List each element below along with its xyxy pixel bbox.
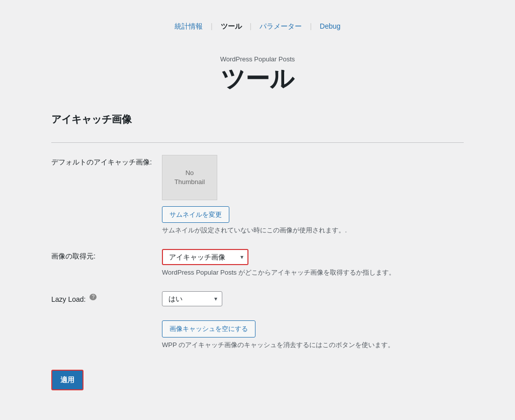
default-thumbnail-label: デフォルトのアイキャッチ画像: (51, 155, 162, 167)
lazy-load-select-wrapper: はい いいえ ▾ (162, 291, 222, 306)
default-thumbnail-row: デフォルトのアイキャッチ画像: No Thumbnail サムネイルを変更 サム… (51, 155, 464, 235)
cache-hint: WPP のアイキャッチ画像のキャッシュを消去するにはこのボタンを使います。 (162, 341, 464, 350)
eyecatch-section: アイキャッチ画像 デフォルトのアイキャッチ画像: No Thumbnail サム… (51, 113, 464, 350)
lazy-load-row: Lazy Load: ? はい いいえ ▾ (51, 291, 464, 306)
thumbnail-hint: サムネイルが設定されていない時にこの画像が使用されます。. (162, 226, 464, 235)
lazy-load-label: Lazy Load: ? (51, 291, 162, 303)
section-divider (51, 142, 464, 143)
thumbnail-text: No Thumbnail (175, 169, 205, 187)
image-source-content: アイキャッチ画像 サムネイル カスタムフィールド ▾ WordPress Pop… (162, 249, 464, 277)
thumbnail-placeholder: No Thumbnail (162, 155, 217, 200)
tab-params[interactable]: パラメーター (251, 18, 310, 35)
lazy-load-select[interactable]: はい いいえ (162, 291, 222, 306)
image-source-label: 画像の取得元: (51, 249, 162, 261)
image-source-hint: WordPress Popular Posts がどこからアイキャッチ画像を取得… (162, 268, 464, 277)
cache-content: 画像キャッシュを空にする WPP のアイキャッチ画像のキャッシュを消去するにはこ… (162, 320, 464, 350)
apply-button[interactable]: 適用 (51, 370, 83, 390)
apply-row: 適用 (51, 370, 464, 390)
change-thumbnail-button[interactable]: サムネイルを変更 (162, 206, 229, 223)
cache-label (51, 320, 162, 323)
image-source-select-wrapper: アイキャッチ画像 サムネイル カスタムフィールド ▾ (162, 249, 248, 265)
lazy-load-content: はい いいえ ▾ (162, 291, 464, 306)
cache-row: 画像キャッシュを空にする WPP のアイキャッチ画像のキャッシュを消去するにはこ… (51, 320, 464, 350)
page-title: ツール (51, 66, 464, 93)
default-thumbnail-content: No Thumbnail サムネイルを変更 サムネイルが設定されていない時にこの… (162, 155, 464, 235)
image-source-select[interactable]: アイキャッチ画像 サムネイル カスタムフィールド (162, 249, 248, 265)
tab-debug[interactable]: Debug (312, 18, 349, 35)
image-source-row: 画像の取得元: アイキャッチ画像 サムネイル カスタムフィールド ▾ WordP… (51, 249, 464, 277)
clear-cache-button[interactable]: 画像キャッシュを空にする (162, 320, 255, 338)
page-header: WordPress Popular Posts ツール (51, 55, 464, 93)
tab-stats[interactable]: 統計情報 (166, 18, 211, 35)
lazy-load-help-icon[interactable]: ? (90, 294, 97, 300)
tab-tools[interactable]: ツール (213, 18, 250, 35)
section-title-eyecatch: アイキャッチ画像 (51, 113, 464, 130)
page-subtitle: WordPress Popular Posts (51, 55, 464, 63)
nav-tabs: 統計情報 | ツール | パラメーター | Debug (51, 10, 464, 45)
